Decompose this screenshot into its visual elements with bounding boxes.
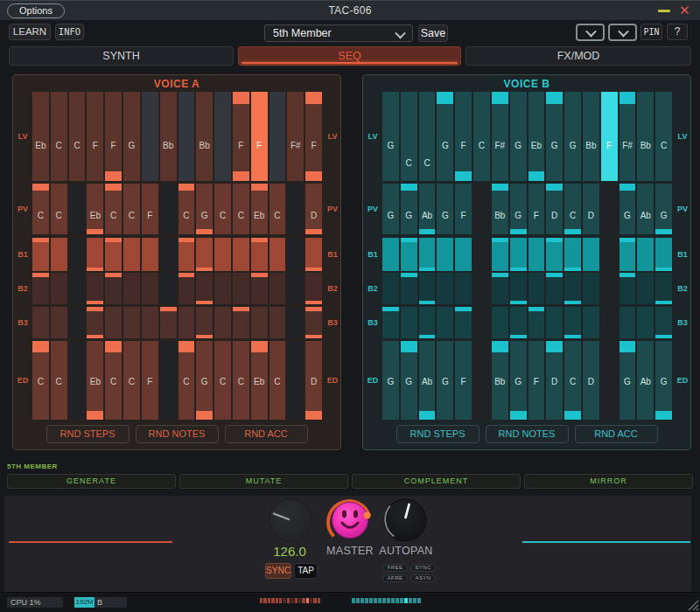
step-a-ED-9[interactable]: C: [178, 341, 195, 420]
step-a-LV-12[interactable]: F: [233, 92, 249, 181]
step-b-LV-11[interactable]: G: [564, 92, 581, 181]
mirror-button[interactable]: MIRROR: [524, 474, 693, 489]
step-b-B3-8[interactable]: [510, 307, 527, 338]
sync-button[interactable]: SYNC: [265, 563, 291, 579]
step-b-B1-3[interactable]: [419, 238, 436, 271]
step-a-PV-6[interactable]: C: [123, 184, 140, 234]
voice-a-rnd-steps-button[interactable]: RND STEPS: [46, 425, 130, 443]
step-a-PV-7[interactable]: F: [142, 184, 158, 234]
step-a-ED-13[interactable]: Eb: [251, 341, 268, 420]
step-b-LV-12[interactable]: Bb: [583, 92, 599, 181]
step-a-B2-11[interactable]: [214, 273, 231, 304]
step-b-ED-1[interactable]: G: [382, 341, 399, 420]
step-b-B1-8[interactable]: [510, 238, 527, 271]
step-b-ED-6[interactable]: [473, 341, 490, 420]
step-a-PV-14[interactable]: C: [270, 184, 286, 234]
step-a-B2-10[interactable]: [196, 273, 213, 304]
prev-preset-dropdown[interactable]: [576, 24, 605, 41]
step-a-B1-5[interactable]: [105, 238, 122, 271]
step-b-B2-16[interactable]: [655, 273, 672, 304]
mutate-button[interactable]: MUTATE: [179, 474, 348, 489]
step-a-B1-2[interactable]: [51, 238, 67, 271]
step-a-B3-9[interactable]: [178, 307, 195, 338]
step-a-B3-7[interactable]: [142, 307, 158, 338]
step-b-B1-11[interactable]: [564, 238, 581, 271]
step-b-B2-14[interactable]: [620, 273, 636, 304]
step-b-B3-1[interactable]: [382, 307, 399, 338]
step-b-ED-10[interactable]: D: [546, 341, 563, 420]
step-a-ED-16[interactable]: D: [305, 341, 322, 420]
step-b-B2-9[interactable]: [528, 273, 545, 304]
voice-a-rnd-acc-button[interactable]: RND ACC: [225, 425, 308, 443]
step-a-B2-16[interactable]: [305, 273, 322, 304]
step-a-LV-2[interactable]: C: [51, 92, 67, 181]
step-a-PV-13[interactable]: Eb: [251, 184, 268, 234]
step-a-B3-8[interactable]: [160, 307, 177, 338]
autopan-sync-button[interactable]: SYNC: [410, 564, 436, 572]
step-a-B2-14[interactable]: [270, 273, 286, 304]
tab-synth[interactable]: SYNTH: [9, 46, 234, 66]
step-b-LV-15[interactable]: Bb: [637, 92, 654, 181]
step-b-B3-9[interactable]: [528, 307, 545, 338]
step-b-PV-15[interactable]: Ab: [637, 184, 654, 234]
step-a-B3-10[interactable]: [196, 307, 213, 338]
step-a-PV-3[interactable]: [69, 184, 86, 234]
step-b-PV-11[interactable]: C: [564, 184, 581, 234]
step-b-B1-16[interactable]: [655, 238, 672, 271]
step-a-B2-6[interactable]: [123, 273, 140, 304]
step-a-B3-6[interactable]: [123, 307, 140, 338]
step-a-LV-9[interactable]: [178, 92, 195, 181]
step-b-B1-1[interactable]: [382, 238, 399, 271]
step-a-B3-1[interactable]: [32, 307, 49, 338]
close-icon[interactable]: ✕: [679, 3, 690, 18]
step-b-LV-3[interactable]: C: [419, 92, 436, 181]
step-b-PV-16[interactable]: G: [655, 184, 672, 234]
step-b-B2-10[interactable]: [546, 273, 563, 304]
step-a-PV-8[interactable]: [160, 184, 177, 234]
step-a-LV-10[interactable]: Bb: [196, 92, 213, 181]
master-knob smiley-icon[interactable]: [323, 496, 377, 548]
step-b-LV-6[interactable]: C: [473, 92, 490, 181]
step-a-PV-11[interactable]: C: [214, 184, 231, 234]
step-b-LV-4[interactable]: G: [437, 92, 453, 181]
step-b-ED-11[interactable]: C: [564, 341, 581, 420]
step-a-B1-16[interactable]: [305, 238, 322, 271]
step-b-B3-2[interactable]: [401, 307, 417, 338]
step-b-B2-5[interactable]: [455, 273, 472, 304]
step-a-B2-3[interactable]: [69, 273, 86, 304]
bpm-knob[interactable]: [268, 497, 313, 543]
autopan-knob[interactable]: [382, 497, 429, 544]
step-a-B2-1[interactable]: [32, 273, 49, 304]
next-preset-dropdown[interactable]: [608, 24, 637, 41]
step-b-B1-15[interactable]: [637, 238, 654, 271]
voice-b-rnd-acc-button[interactable]: RND ACC: [575, 425, 658, 443]
help-button[interactable]: ?: [667, 24, 688, 40]
step-b-B1-2[interactable]: [401, 238, 417, 271]
step-a-B1-1[interactable]: [32, 238, 49, 271]
step-a-LV-1[interactable]: Eb: [32, 92, 49, 181]
step-a-B2-13[interactable]: [251, 273, 268, 304]
step-b-ED-16[interactable]: G: [655, 341, 672, 420]
step-b-B1-4[interactable]: [437, 238, 453, 271]
step-b-LV-8[interactable]: G: [510, 92, 527, 181]
step-b-B3-14[interactable]: [620, 307, 636, 338]
step-a-B1-11[interactable]: [214, 238, 231, 271]
step-a-LV-8[interactable]: Bb: [160, 92, 177, 181]
step-a-ED-2[interactable]: C: [51, 341, 67, 420]
resize-grip[interactable]: [685, 597, 699, 611]
step-a-PV-5[interactable]: C: [105, 184, 122, 234]
step-a-B3-11[interactable]: [214, 307, 231, 338]
step-a-ED-11[interactable]: C: [214, 341, 231, 420]
step-a-B1-12[interactable]: [233, 238, 249, 271]
step-a-PV-4[interactable]: Eb: [87, 184, 103, 234]
step-b-ED-12[interactable]: D: [583, 341, 599, 420]
step-b-LV-14[interactable]: F#: [620, 92, 636, 181]
step-b-B2-7[interactable]: [492, 273, 508, 304]
step-a-B3-3[interactable]: [69, 307, 86, 338]
step-b-B3-4[interactable]: [437, 307, 453, 338]
step-b-B2-13[interactable]: [601, 273, 618, 304]
step-b-ED-4[interactable]: G: [437, 341, 453, 420]
voice-b-rnd-notes-button[interactable]: RND NOTES: [486, 425, 569, 443]
step-a-PV-9[interactable]: C: [178, 184, 195, 234]
step-b-ED-7[interactable]: Bb: [492, 341, 508, 420]
